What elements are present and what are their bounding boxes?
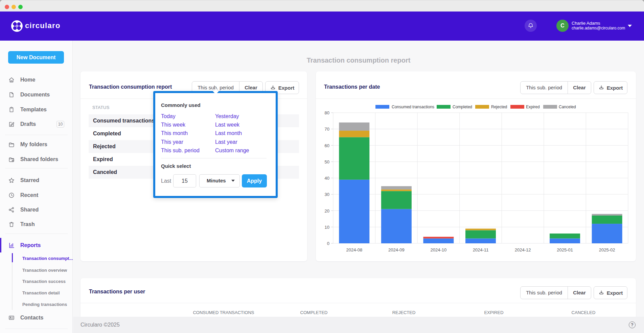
svg-text:60: 60 bbox=[325, 143, 329, 148]
svg-text:20: 20 bbox=[325, 208, 329, 214]
svg-text:80: 80 bbox=[325, 110, 329, 115]
svg-text:2024-08: 2024-08 bbox=[346, 247, 362, 252]
svg-text:2024-09: 2024-09 bbox=[388, 247, 405, 252]
svg-text:2024-10: 2024-10 bbox=[431, 247, 447, 252]
svg-text:2024-12: 2024-12 bbox=[515, 247, 531, 252]
svg-text:2025-01: 2025-01 bbox=[557, 247, 573, 252]
svg-text:70: 70 bbox=[325, 127, 329, 132]
svg-text:10: 10 bbox=[325, 225, 329, 230]
svg-text:40: 40 bbox=[325, 176, 329, 181]
svg-text:0: 0 bbox=[327, 241, 329, 246]
svg-text:2025-02: 2025-02 bbox=[599, 247, 615, 252]
svg-text:2024-11: 2024-11 bbox=[473, 247, 489, 252]
svg-text:50: 50 bbox=[325, 159, 329, 164]
svg-text:30: 30 bbox=[325, 192, 329, 197]
